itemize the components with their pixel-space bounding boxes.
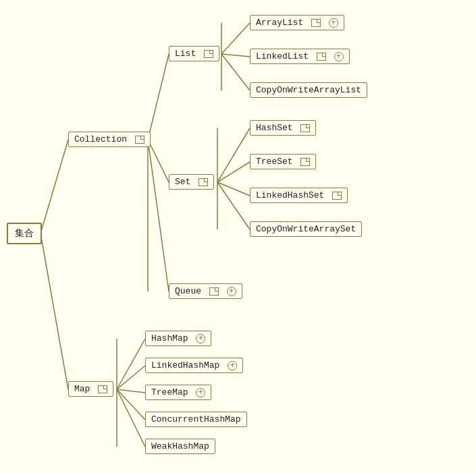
linkedlist-node: LinkedList + <box>250 49 350 64</box>
linkedlist-plus-icon[interactable]: + <box>334 52 344 61</box>
svg-line-16 <box>117 389 145 447</box>
queue-note-icon <box>209 287 219 296</box>
svg-line-12 <box>117 339 145 389</box>
queue-plus-icon[interactable]: + <box>227 287 236 296</box>
treemap-node: TreeMap + <box>145 385 211 400</box>
treemap-label: TreeMap <box>151 387 188 397</box>
collection-label: Collection <box>74 134 127 144</box>
hashmap-plus-icon[interactable]: + <box>196 334 205 343</box>
set-note-icon <box>199 178 208 186</box>
list-label: List <box>175 49 196 59</box>
concurrenthashmap-label: ConcurrentHashMap <box>151 414 241 424</box>
queue-label: Queue <box>175 286 201 296</box>
svg-line-3 <box>148 140 169 182</box>
list-node: List <box>169 46 219 61</box>
arraylist-plus-icon[interactable]: + <box>329 18 338 28</box>
svg-line-6 <box>221 54 250 57</box>
svg-line-7 <box>221 54 250 90</box>
svg-line-2 <box>148 54 169 140</box>
svg-line-8 <box>217 128 250 182</box>
linkedhashmap-label: LinkedHashMap <box>151 360 219 370</box>
treemap-plus-icon[interactable]: + <box>196 388 205 397</box>
linkedhashset-label: LinkedHashSet <box>256 190 324 200</box>
svg-line-14 <box>117 389 145 393</box>
queue-node: Queue + <box>169 283 242 299</box>
linkedhashmap-node: LinkedHashMap + <box>145 358 243 373</box>
svg-line-13 <box>117 366 145 389</box>
root-node: 集合 <box>7 223 42 244</box>
list-note-icon <box>204 50 213 58</box>
arraylist-label: ArrayList <box>256 18 303 28</box>
concurrenthashmap-node: ConcurrentHashMap <box>145 412 247 427</box>
svg-line-0 <box>41 140 68 233</box>
linkedhashset-note-icon <box>332 192 342 200</box>
linkedhashset-node: LinkedHashSet <box>250 188 348 203</box>
treeset-label: TreeSet <box>256 157 293 167</box>
map-node: Map <box>68 381 113 397</box>
svg-line-9 <box>217 162 250 182</box>
svg-line-10 <box>217 182 250 196</box>
hashset-label: HashSet <box>256 123 293 133</box>
collection-node: Collection <box>68 132 151 147</box>
set-node: Set <box>169 174 214 190</box>
hashset-note-icon <box>300 124 310 132</box>
copyonwritearrayset-node: CopyOnWriteArraySet <box>250 221 362 237</box>
treeset-note-icon <box>300 158 310 166</box>
hashmap-label: HashMap <box>151 333 188 343</box>
svg-line-11 <box>217 182 250 229</box>
hashmap-node: HashMap + <box>145 331 211 346</box>
svg-line-1 <box>41 233 68 389</box>
collection-note-icon <box>135 136 144 144</box>
hashset-node: HashSet <box>250 120 316 136</box>
linkedlist-label: LinkedList <box>256 51 309 61</box>
map-label: Map <box>74 384 90 394</box>
svg-line-4 <box>148 140 169 291</box>
map-note-icon <box>98 385 107 393</box>
weakhashmap-label: WeakHashMap <box>151 441 209 451</box>
copyonwritearraylist-node: CopyOnWriteArrayList <box>250 82 367 98</box>
linkedhashmap-plus-icon[interactable]: + <box>228 361 237 370</box>
arraylist-note-icon <box>311 19 321 27</box>
linkedlist-note-icon <box>317 53 326 61</box>
svg-line-15 <box>117 389 145 420</box>
diagram-container: 集合 Collection Map List Set Queue + Array… <box>0 0 476 473</box>
svg-line-5 <box>221 23 250 54</box>
arraylist-node: ArrayList + <box>250 15 344 30</box>
weakhashmap-node: WeakHashMap <box>145 439 215 454</box>
treeset-node: TreeSet <box>250 154 316 169</box>
copyonwritearraylist-label: CopyOnWriteArrayList <box>256 85 361 95</box>
copyonwritearrayset-label: CopyOnWriteArraySet <box>256 224 356 234</box>
set-label: Set <box>175 177 190 187</box>
connector-lines <box>0 0 476 473</box>
root-label: 集合 <box>15 228 34 239</box>
